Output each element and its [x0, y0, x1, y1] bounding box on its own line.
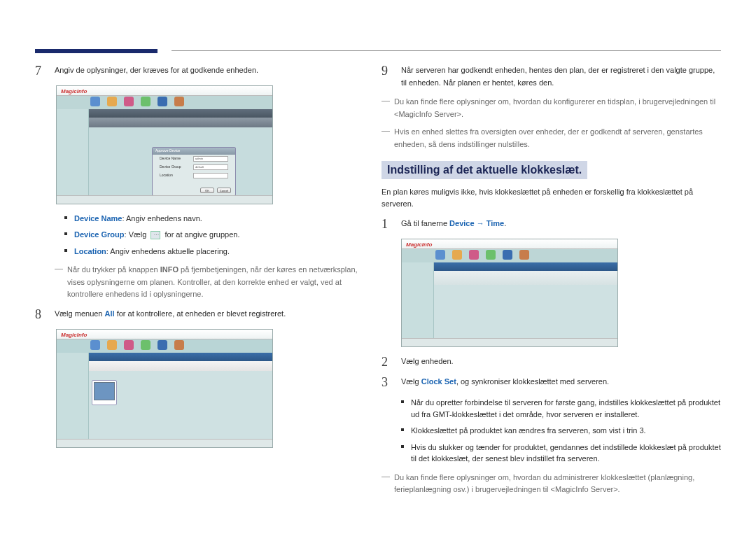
all-menu-label: All	[105, 309, 115, 318]
dlg-label: Device Name	[160, 156, 181, 162]
bullet-list: Når du opretter forbindelse til serveren…	[401, 397, 721, 465]
nav-icon	[469, 250, 479, 260]
step-text: Vælg menuen All for at kontrollere, at e…	[55, 308, 360, 321]
nav-icon	[90, 340, 100, 350]
ss-topbar	[402, 239, 617, 249]
ss-toolbar	[434, 271, 617, 285]
nav-icon	[124, 97, 134, 106]
section-heading: Indstilling af det aktuelle klokkeslæt.	[382, 161, 587, 179]
mid: : Vælg	[125, 230, 147, 239]
ss-logo: MagicInfo	[61, 88, 87, 94]
nav-icon	[452, 250, 462, 260]
dlg-input	[193, 173, 228, 178]
nav-icon	[107, 97, 117, 106]
step-text: Når serveren har godkendt enheden, hente…	[401, 64, 721, 89]
ss-logo: MagicInfo	[61, 332, 87, 338]
note-text: Hvis en enhed slettes fra oversigten ove…	[394, 126, 721, 150]
note: ― Når du trykker på knappen INFO på fjer…	[55, 264, 360, 301]
step-7: 7 Angiv de oplysninger, der kræves for a…	[35, 64, 360, 78]
ss-tabs	[89, 109, 272, 118]
nav-icon	[90, 97, 100, 106]
nav-icon	[174, 97, 184, 106]
note-text: Når du trykker på knappen INFO på fjernb…	[67, 264, 360, 301]
step-number: 8	[35, 308, 55, 322]
device-thumbnail	[94, 382, 115, 400]
bullet-text: Device Group: Vælg for at angive gruppen…	[74, 229, 239, 241]
dialog-ok: OK	[200, 188, 214, 193]
dlg-label: Location	[160, 173, 173, 178]
bullet-dot-icon	[401, 445, 404, 448]
step-9: 9 Når serveren har godkendt enheden, hen…	[382, 64, 721, 89]
bullet-dot-icon	[401, 400, 404, 403]
nav-icon	[107, 340, 117, 350]
rest: : Angiv enhedens aktuelle placering.	[106, 247, 230, 255]
dlg-input: admin	[193, 156, 228, 162]
nav-icon	[519, 250, 529, 260]
ss-nav-icons	[435, 250, 529, 260]
dlg-label: Device Group	[160, 164, 181, 170]
ss-sidebar	[57, 353, 89, 439]
ss-toolbar	[89, 118, 272, 127]
ss-main: Approve Device Device Nameadmin Device G…	[89, 127, 272, 195]
nav-icon	[141, 340, 150, 350]
ss-footer	[402, 338, 617, 346]
step-1: 1 Gå til fanerne Device → Time.	[382, 218, 721, 232]
left-column: 7 Angiv de oplysninger, der kræves for a…	[35, 64, 360, 456]
note: ― Du kan finde flere oplysninger om, hvo…	[382, 96, 721, 120]
step-text: Angiv de oplysninger, der kræves for at …	[55, 64, 360, 77]
label: Device Group	[74, 230, 125, 239]
device-tab: Device	[449, 219, 474, 227]
dash-icon: ―	[382, 96, 394, 107]
ss-toolbar	[89, 361, 272, 371]
rest: : Angiv enhedens navn.	[122, 214, 202, 223]
nav-icon	[158, 340, 167, 350]
accent-bar	[35, 49, 158, 53]
approve-dialog: Approve Device Device Nameadmin Device G…	[152, 147, 236, 196]
note: ― Du kan finde flere oplysninger om, hvo…	[382, 472, 721, 496]
note: ― Hvis en enhed slettes fra oversigten o…	[382, 126, 721, 150]
ss-tabs	[434, 262, 617, 271]
ss-nav-icons	[90, 97, 184, 106]
nav-icon	[486, 250, 496, 260]
bullet-item: Location: Angiv enhedens aktuelle placer…	[64, 246, 360, 258]
bullet-item: Hvis du slukker og tænder for produktet,…	[401, 442, 721, 465]
time-tab: Time	[486, 219, 504, 227]
ss-topbar	[57, 330, 272, 339]
step-number: 2	[382, 356, 401, 370]
ss-sidebar	[57, 109, 89, 195]
step-2: 2 Vælg enheden.	[382, 356, 721, 370]
arrow-icon: →	[475, 219, 486, 227]
dash-icon: ―	[382, 126, 394, 137]
bullet-dot-icon	[64, 232, 67, 235]
step-text: Gå til fanerne Device → Time.	[401, 218, 721, 230]
nav-icon	[124, 340, 134, 350]
nav-icon	[435, 250, 445, 260]
bullet-text: Location: Angiv enhedens aktuelle placer…	[74, 246, 230, 258]
bullet-dot-icon	[64, 249, 67, 252]
right-column: 9 Når serveren har godkendt enheden, hen…	[382, 64, 721, 502]
ss-footer	[57, 195, 272, 204]
label: Location	[74, 247, 106, 255]
dialog-title: Approve Device	[153, 148, 235, 155]
dash-icon: ―	[382, 472, 394, 483]
label: Device Name	[74, 214, 122, 223]
bullet-text: Når du opretter forbindelse til serveren…	[411, 397, 721, 420]
header-rule	[172, 50, 721, 51]
bullet-dot-icon	[401, 428, 404, 431]
note-text: Du kan finde flere oplysninger om, hvord…	[394, 472, 721, 496]
note-text: Du kan finde flere oplysninger om, hvord…	[394, 96, 721, 120]
step-number: 3	[382, 376, 401, 390]
bullet-text: Klokkeslættet på produktet kan ændres fr…	[411, 425, 646, 437]
step-text: Vælg enheden.	[401, 356, 721, 368]
screenshot-all-menu: MagicInfo	[56, 329, 273, 448]
screenshot-time-tab: MagicInfo	[401, 239, 618, 347]
bullet-text: Hvis du slukker og tænder for produktet,…	[411, 442, 721, 465]
bullet-item: Når du opretter forbindelse til serveren…	[401, 397, 721, 420]
step-text: Vælg Clock Set, og synkroniser klokkeslæ…	[401, 376, 721, 388]
step-8: 8 Vælg menuen All for at kontrollere, at…	[35, 308, 360, 322]
ss-logo: MagicInfo	[406, 241, 432, 248]
ss-topbar	[57, 86, 272, 96]
bullet-list: Device Name: Angiv enhedens navn. Device…	[64, 213, 360, 258]
step-number: 1	[382, 218, 401, 232]
ss-tabs	[89, 353, 272, 361]
